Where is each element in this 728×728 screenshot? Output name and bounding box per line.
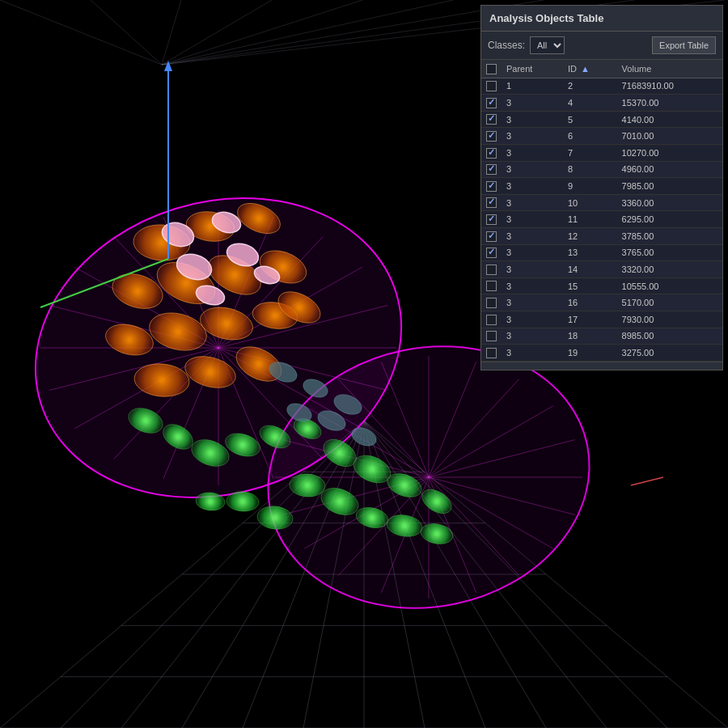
panel-title: Analysis Objects Table	[481, 6, 722, 32]
cell-parent: 3	[502, 128, 563, 145]
cell-volume: 3765.00	[617, 244, 722, 261]
cell-volume: 7010.00	[617, 128, 722, 145]
cell-id: 10	[563, 194, 617, 211]
row-checkbox[interactable]	[486, 214, 497, 225]
cell-parent: 3	[502, 311, 563, 328]
cell-parent: 3	[502, 161, 563, 178]
cell-volume: 8985.00	[617, 328, 722, 345]
header-checkbox[interactable]	[481, 60, 502, 78]
table-row: 3193275.00	[481, 345, 722, 362]
row-checkbox[interactable]	[486, 197, 497, 208]
cell-volume: 10270.00	[617, 144, 722, 161]
horizontal-scrollbar[interactable]	[481, 362, 722, 370]
row-checkbox[interactable]	[486, 231, 497, 242]
row-checkbox[interactable]	[486, 181, 497, 192]
cell-parent: 3	[502, 211, 563, 228]
table-row: 1271683910.00	[481, 78, 722, 95]
cell-volume: 4140.00	[617, 111, 722, 128]
cell-id: 9	[563, 178, 617, 195]
select-all-checkbox[interactable]	[486, 64, 497, 74]
cell-volume: 7985.00	[617, 178, 722, 195]
table-row: 3133765.00	[481, 244, 722, 261]
row-checkbox[interactable]	[486, 331, 497, 341]
cell-parent: 3	[502, 244, 563, 261]
table-row: 354140.00	[481, 111, 722, 128]
table-body: 1271683910.003415370.00354140.00367010.0…	[481, 78, 722, 361]
cell-id: 12	[563, 227, 617, 244]
table-row: 3177930.00	[481, 311, 722, 328]
row-checkbox[interactable]	[486, 315, 497, 325]
cell-volume: 15370.00	[617, 95, 722, 112]
row-checkbox[interactable]	[486, 265, 497, 275]
cell-id: 8	[563, 161, 617, 178]
row-checkbox[interactable]	[486, 98, 497, 108]
cell-id: 17	[563, 311, 617, 328]
cell-volume: 3785.00	[617, 227, 722, 244]
cell-id: 4	[563, 95, 617, 112]
cell-parent: 3	[502, 194, 563, 211]
cell-parent: 3	[502, 345, 563, 362]
table-row: 3103360.00	[481, 194, 722, 211]
cell-parent: 3	[502, 178, 563, 195]
cell-volume: 5170.00	[617, 294, 722, 311]
cell-parent: 3	[502, 294, 563, 311]
cell-parent: 3	[502, 277, 563, 294]
table-row: 3123785.00	[481, 227, 722, 244]
cell-id: 18	[563, 328, 617, 345]
cell-volume: 4960.00	[617, 161, 722, 178]
header-parent: Parent	[502, 60, 563, 78]
cell-id: 7	[563, 144, 617, 161]
objects-table: Parent ID ▲ Volume 1271683910.003415370.…	[481, 60, 722, 362]
cell-parent: 3	[502, 95, 563, 112]
table-row: 367010.00	[481, 128, 722, 145]
table-row: 3710270.00	[481, 144, 722, 161]
cell-id: 2	[563, 78, 617, 95]
table-row: 3188985.00	[481, 328, 722, 345]
panel-toolbar: Classes: All 1 2 3 Export Table	[481, 32, 722, 60]
row-checkbox[interactable]	[486, 81, 497, 91]
cell-id: 5	[563, 111, 617, 128]
row-checkbox[interactable]	[486, 281, 497, 291]
row-checkbox[interactable]	[486, 348, 497, 358]
cell-parent: 3	[502, 261, 563, 278]
cell-id: 19	[563, 345, 617, 362]
cell-volume: 7930.00	[617, 311, 722, 328]
table-container[interactable]: Parent ID ▲ Volume 1271683910.003415370.…	[481, 60, 722, 362]
table-row: 397985.00	[481, 178, 722, 195]
table-row: 3165170.00	[481, 294, 722, 311]
cell-volume: 3360.00	[617, 194, 722, 211]
cell-parent: 3	[502, 144, 563, 161]
row-checkbox[interactable]	[486, 131, 497, 142]
row-checkbox[interactable]	[486, 148, 497, 159]
cell-id: 11	[563, 211, 617, 228]
row-checkbox[interactable]	[486, 298, 497, 308]
cell-id: 16	[563, 294, 617, 311]
cell-parent: 1	[502, 78, 563, 95]
cell-id: 15	[563, 277, 617, 294]
cell-volume: 6295.00	[617, 211, 722, 228]
row-checkbox[interactable]	[486, 164, 497, 175]
table-row: 3143320.00	[481, 261, 722, 278]
cell-id: 14	[563, 261, 617, 278]
row-checkbox[interactable]	[486, 114, 497, 125]
cell-id: 13	[563, 244, 617, 261]
cell-volume: 3275.00	[617, 345, 722, 362]
cell-volume: 71683910.00	[617, 78, 722, 95]
sort-arrow-icon: ▲	[581, 64, 590, 74]
cell-volume: 10555.00	[617, 277, 722, 294]
export-table-button[interactable]: Export Table	[652, 36, 716, 54]
cell-volume: 3320.00	[617, 261, 722, 278]
table-row: 31510555.00	[481, 277, 722, 294]
table-row: 3415370.00	[481, 95, 722, 112]
classes-label: Classes:	[488, 40, 525, 51]
cell-parent: 3	[502, 328, 563, 345]
cell-parent: 3	[502, 227, 563, 244]
row-checkbox[interactable]	[486, 248, 497, 258]
table-header-row: Parent ID ▲ Volume	[481, 60, 722, 78]
cell-id: 6	[563, 128, 617, 145]
classes-select[interactable]: All 1 2 3	[530, 36, 565, 54]
cell-parent: 3	[502, 111, 563, 128]
analysis-panel: Analysis Objects Table Classes: All 1 2 …	[480, 5, 723, 370]
header-volume: Volume	[617, 60, 722, 78]
header-id[interactable]: ID ▲	[563, 60, 617, 78]
